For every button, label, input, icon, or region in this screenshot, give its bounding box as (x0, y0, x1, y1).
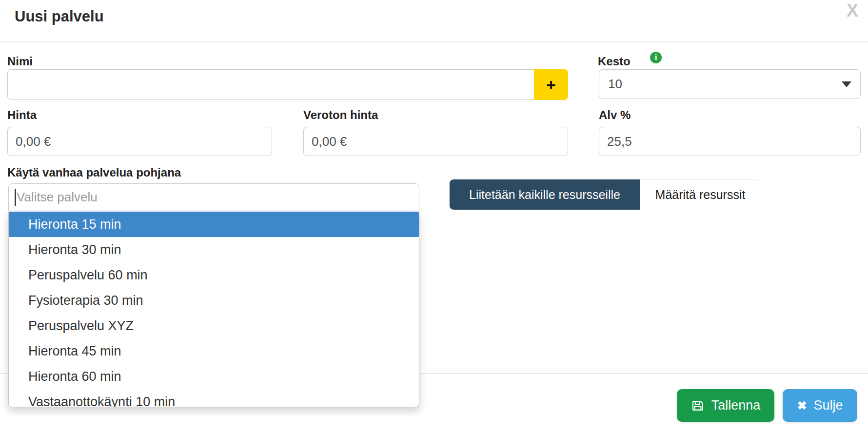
dropdown-option[interactable]: Peruspalvelu 60 min (9, 262, 419, 288)
resource-toggle-group: Liitetään kaikille resursseille Määritä … (450, 179, 761, 210)
dropdown-option[interactable]: Hieronta 45 min (9, 338, 419, 364)
template-service-input[interactable]: Valitse palvelu (8, 183, 419, 211)
name-label: Nimi (7, 55, 33, 68)
close-x-icon: ✖ (797, 400, 807, 412)
price-input[interactable] (7, 127, 272, 156)
save-button-label: Tallenna (711, 398, 761, 413)
close-button[interactable]: ✖ Sulje (783, 389, 857, 422)
modal-title: Uusi palvelu (15, 8, 104, 25)
name-input-group: + (7, 69, 568, 100)
dropdown-option[interactable]: Hieronta 15 min (9, 212, 419, 237)
vat-input[interactable] (599, 127, 861, 156)
close-button-label: Sulje (814, 398, 843, 413)
duration-label: Kesto (598, 55, 631, 68)
price-label: Hinta (7, 108, 37, 122)
duration-info-icon[interactable]: i (650, 52, 662, 63)
text-cursor (15, 189, 16, 206)
price-no-tax-input[interactable] (303, 127, 568, 156)
dropdown-option[interactable]: Hieronta 30 min (9, 237, 419, 262)
dropdown-option[interactable]: Vastaanottokäynti 10 min (9, 389, 419, 407)
chevron-down-icon (842, 81, 851, 87)
save-button[interactable]: Tallenna (677, 389, 774, 422)
dropdown-option[interactable]: Fysioterapia 30 min (9, 288, 419, 313)
save-icon (691, 399, 705, 413)
define-resources-button[interactable]: Määritä resurssit (640, 179, 761, 210)
modal-close-icon[interactable]: X (847, 2, 858, 20)
template-service-placeholder: Valitse palvelu (17, 190, 98, 205)
template-service-label: Käytä vanhaa palvelua pohjana (7, 166, 181, 179)
add-name-button[interactable]: + (534, 69, 568, 100)
duration-select[interactable]: 10 (599, 69, 861, 99)
new-service-modal: Uusi palvelu X Nimi + Kesto i 10 Hinta V… (0, 0, 868, 434)
dropdown-option[interactable]: Peruspalvelu XYZ (9, 313, 419, 338)
header-divider (0, 41, 868, 42)
attach-all-resources-button[interactable]: Liitetään kaikille resursseille (450, 179, 640, 210)
vat-label: Alv % (599, 108, 631, 122)
dropdown-option[interactable]: Hieronta 60 min (9, 364, 419, 389)
name-input[interactable] (7, 69, 534, 100)
price-no-tax-label: Veroton hinta (303, 108, 378, 122)
duration-value: 10 (608, 77, 622, 92)
service-dropdown-menu: Hieronta 15 min Hieronta 30 min Peruspal… (8, 212, 419, 407)
